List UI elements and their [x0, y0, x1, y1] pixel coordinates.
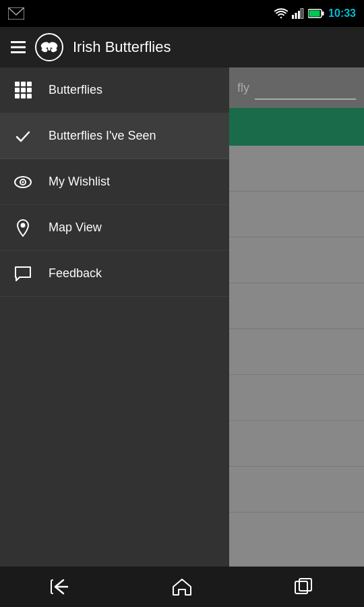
check-icon: [13, 127, 32, 146]
svg-rect-20: [295, 581, 307, 594]
sidebar-item-feedback-label: Feedback: [49, 266, 102, 281]
home-button[interactable]: [162, 573, 202, 600]
map-pin-icon: [13, 219, 32, 237]
wifi-icon: [274, 8, 288, 19]
svg-point-14: [51, 47, 57, 53]
content-row-7: [229, 421, 364, 467]
content-row-1: [229, 146, 364, 192]
svg-rect-1: [292, 15, 294, 19]
toolbar-title: Irish Butterflies: [73, 38, 171, 56]
svg-rect-8: [11, 41, 26, 43]
status-time: 10:33: [328, 7, 356, 20]
bottom-navigation-bar: [0, 567, 364, 607]
content-row-2: [229, 192, 364, 237]
content-row-6: [229, 375, 364, 421]
svg-rect-2: [295, 13, 297, 19]
hamburger-icon[interactable]: [11, 41, 26, 53]
gmail-icon: [8, 7, 24, 20]
sidebar-item-butterflies-seen[interactable]: Butterflies I've Seen: [0, 113, 229, 159]
navigation-drawer: Butterflies Butterflies I've Seen My Wis…: [0, 67, 229, 580]
sidebar-item-wishlist-label: My Wishlist: [49, 175, 110, 189]
svg-point-18: [22, 181, 24, 183]
svg-rect-7: [309, 11, 320, 17]
recents-button[interactable]: [283, 573, 324, 600]
status-bar: 10:33: [0, 0, 364, 27]
svg-rect-4: [301, 8, 303, 19]
sidebar-item-map-view-label: Map View: [49, 221, 102, 235]
sidebar-item-map-view[interactable]: Map View: [0, 205, 229, 251]
sidebar-item-feedback[interactable]: Feedback: [0, 251, 229, 297]
content-row-3: [229, 237, 364, 283]
eye-icon: [13, 173, 32, 192]
svg-rect-3: [298, 11, 300, 19]
list-icon: [13, 81, 32, 100]
back-button[interactable]: [40, 573, 81, 600]
search-text: fly: [237, 81, 249, 95]
sidebar-item-wishlist[interactable]: My Wishlist: [0, 159, 229, 205]
svg-rect-6: [322, 11, 324, 16]
signal-icon: [292, 8, 304, 19]
svg-point-13: [41, 47, 48, 53]
chat-icon: [13, 264, 32, 283]
search-bar[interactable]: fly: [229, 67, 364, 108]
svg-rect-9: [11, 47, 26, 49]
svg-rect-21: [299, 579, 311, 591]
status-bar-left: [8, 7, 24, 20]
svg-point-15: [48, 44, 51, 51]
content-green-bar: [229, 108, 364, 146]
content-row-8: [229, 467, 364, 513]
svg-rect-10: [11, 51, 26, 53]
status-bar-right: 10:33: [274, 7, 356, 20]
sidebar-item-butterflies-seen-label: Butterflies I've Seen: [49, 129, 156, 143]
toolbar: Irish Butterflies: [0, 27, 364, 67]
sidebar-item-butterflies-label: Butterflies: [49, 83, 102, 97]
svg-point-19: [21, 223, 26, 227]
butterfly-logo: [35, 33, 63, 61]
content-area: fly: [229, 67, 364, 580]
sidebar-item-butterflies[interactable]: Butterflies: [0, 67, 229, 113]
battery-icon: [308, 9, 324, 18]
main-layout: Butterflies Butterflies I've Seen My Wis…: [0, 67, 364, 607]
content-row-4: [229, 283, 364, 329]
content-row-5: [229, 329, 364, 375]
